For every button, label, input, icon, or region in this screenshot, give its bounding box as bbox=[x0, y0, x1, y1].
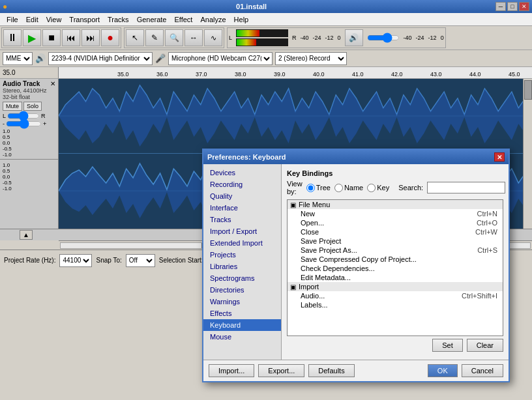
import-label: Import bbox=[299, 283, 319, 291]
key-bindings-header: Key Bindings bbox=[287, 169, 503, 177]
tree-item-save-project-as[interactable]: Save Project As... Ctrl+S bbox=[288, 246, 503, 255]
dialog-close-button[interactable]: ✕ bbox=[494, 152, 505, 162]
tree-item-close[interactable]: Close Ctrl+W bbox=[288, 227, 503, 236]
tree-item-save-project[interactable]: Save Project bbox=[288, 236, 503, 246]
import-button[interactable]: Import... bbox=[209, 364, 254, 377]
dialog-nav-libraries[interactable]: Libraries bbox=[203, 261, 281, 272]
dialog-nav-directories[interactable]: Directories bbox=[203, 284, 281, 296]
export-button[interactable]: Export... bbox=[258, 364, 304, 377]
item-open-shortcut: Ctrl+O bbox=[477, 219, 497, 227]
footer-right-buttons: OK Cancel bbox=[428, 364, 503, 377]
item-save-project-label: Save Project bbox=[301, 237, 497, 245]
item-new-label: New bbox=[301, 210, 477, 218]
view-tree-radio[interactable] bbox=[306, 184, 315, 192]
tree-item-open[interactable]: Open... Ctrl+O bbox=[288, 218, 503, 227]
dialog-nav-extended-import[interactable]: Extended Import bbox=[203, 237, 281, 249]
defaults-button[interactable]: Defaults bbox=[308, 364, 354, 377]
item-close-label: Close bbox=[301, 228, 475, 236]
file-menu-expand-icon: ▣ bbox=[290, 201, 296, 208]
dialog-nav-effects[interactable]: Effects bbox=[203, 307, 281, 319]
item-open-label: Open... bbox=[301, 219, 477, 227]
dialog-footer: Import... Export... Defaults OK Cancel bbox=[203, 360, 509, 381]
item-audio-label: Audio... bbox=[301, 292, 462, 300]
dialog-nav-mouse[interactable]: Mouse bbox=[203, 331, 281, 343]
dialog-nav-spectrograms[interactable]: Spectrograms bbox=[203, 272, 281, 284]
item-save-project-as-shortcut: Ctrl+S bbox=[477, 246, 497, 254]
item-save-compressed-label: Save Compressed Copy of Project... bbox=[301, 255, 497, 263]
ok-button[interactable]: OK bbox=[428, 364, 458, 377]
dialog-nav-keyboard[interactable]: Keyboard bbox=[203, 319, 281, 331]
file-menu-label: File Menu bbox=[299, 201, 330, 208]
item-new-shortcut: Ctrl+N bbox=[477, 210, 497, 218]
dialog-title: Preferences: Keyboard bbox=[207, 153, 286, 161]
dialog-nav-interface[interactable]: Interface bbox=[203, 202, 281, 214]
preferences-dialog: Preferences: Keyboard ✕ Devices Recordin… bbox=[202, 149, 510, 382]
item-check-deps-label: Check Dependencies... bbox=[301, 264, 497, 272]
item-edit-metadata-label: Edit Metadata... bbox=[301, 274, 497, 281]
dialog-titlebar: Preferences: Keyboard ✕ bbox=[203, 150, 509, 164]
dialog-nav-quality[interactable]: Quality bbox=[203, 190, 281, 202]
item-save-project-as-label: Save Project As... bbox=[301, 246, 477, 254]
view-by-label: View by: bbox=[287, 180, 303, 195]
item-close-shortcut: Ctrl+W bbox=[475, 228, 497, 236]
item-labels-label: Labels... bbox=[301, 301, 497, 309]
dialog-content: Key Bindings View by: Tree Name Key Sear… bbox=[282, 164, 509, 360]
footer-left-buttons: Import... Export... Defaults bbox=[209, 364, 355, 377]
tree-item-new[interactable]: New Ctrl+N bbox=[288, 209, 503, 218]
view-by-row: View by: Tree Name Key Search: bbox=[287, 180, 503, 195]
tree-item-labels[interactable]: Labels... bbox=[288, 300, 503, 309]
dialog-nav-tracks[interactable]: Tracks bbox=[203, 214, 281, 225]
view-name-label[interactable]: Name bbox=[334, 184, 363, 192]
key-bindings-tree[interactable]: ▣ File Menu New Ctrl+N Open... Ctrl+O Cl… bbox=[287, 199, 503, 336]
tree-section-import[interactable]: ▣ Import bbox=[288, 282, 503, 291]
view-key-label[interactable]: Key bbox=[367, 184, 389, 192]
tree-section-file-menu[interactable]: ▣ File Menu bbox=[288, 200, 503, 209]
dialog-sidebar: Devices Recording Quality Interface Trac… bbox=[203, 164, 282, 360]
search-input[interactable] bbox=[427, 182, 505, 193]
view-tree-label[interactable]: Tree bbox=[306, 184, 331, 192]
tree-item-check-deps[interactable]: Check Dependencies... bbox=[288, 264, 503, 273]
search-label: Search: bbox=[398, 184, 423, 192]
tree-item-audio[interactable]: Audio... Ctrl+Shift+I bbox=[288, 291, 503, 300]
import-expand-icon: ▣ bbox=[290, 283, 296, 291]
tree-item-save-compressed[interactable]: Save Compressed Copy of Project... bbox=[288, 255, 503, 264]
set-button[interactable]: Set bbox=[432, 339, 463, 352]
dialog-nav-projects[interactable]: Projects bbox=[203, 249, 281, 261]
dialog-body: Devices Recording Quality Interface Trac… bbox=[203, 164, 509, 360]
clear-button[interactable]: Clear bbox=[467, 339, 503, 352]
view-name-radio[interactable] bbox=[334, 184, 343, 192]
dialog-overlay: Preferences: Keyboard ✕ Devices Recordin… bbox=[0, 0, 532, 400]
item-audio-shortcut: Ctrl+Shift+I bbox=[462, 292, 497, 300]
dialog-nav-devices[interactable]: Devices bbox=[203, 167, 281, 179]
tree-item-edit-metadata[interactable]: Edit Metadata... bbox=[288, 273, 503, 282]
dialog-nav-import-export[interactable]: Import / Export bbox=[203, 225, 281, 237]
cancel-button[interactable]: Cancel bbox=[462, 364, 503, 377]
dialog-nav-recording[interactable]: Recording bbox=[203, 179, 281, 190]
dialog-nav-warnings[interactable]: Warnings bbox=[203, 296, 281, 307]
view-key-radio[interactable] bbox=[367, 184, 376, 192]
